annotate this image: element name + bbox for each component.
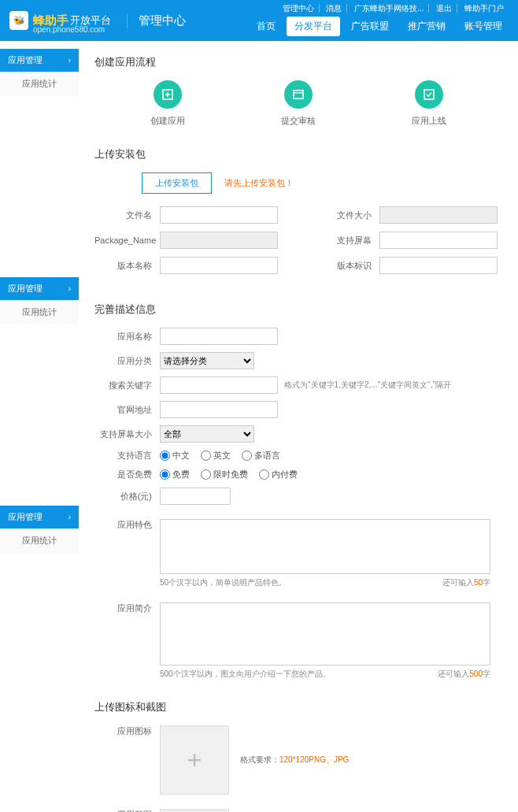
upload-warning: 请先上传安装包！ xyxy=(224,177,294,189)
steps: 创建应用 提交审核 应用上线 xyxy=(94,80,502,127)
package-label: Package_Name xyxy=(94,235,160,245)
category-select[interactable]: 请选择分类 xyxy=(160,352,254,369)
sidebar-head[interactable]: 应用管理 › xyxy=(0,49,79,72)
chevron-right-icon: › xyxy=(68,284,71,293)
plus-box-icon xyxy=(154,80,182,109)
price-input[interactable] xyxy=(160,488,231,505)
sidebar-item[interactable]: 应用统计 xyxy=(0,528,79,553)
header: 🐝 蜂助手 开放平台 open.phone580.com 管理中心 管理中心 消… xyxy=(0,0,518,41)
top-link[interactable]: 消息 xyxy=(321,4,347,13)
logo-upload-box[interactable]: + xyxy=(160,725,229,795)
feature-textarea[interactable] xyxy=(160,519,490,574)
version-code-input[interactable] xyxy=(379,257,498,274)
sidebar-head-label: 应用管理 xyxy=(8,54,43,66)
screenshot-upload-box[interactable]: + xyxy=(160,809,229,812)
top-link[interactable]: 蜂助手门户 xyxy=(460,4,509,13)
lang-option-multi[interactable]: 多语言 xyxy=(242,450,280,462)
sidebar-head[interactable]: 应用管理 › xyxy=(0,506,79,528)
lang-option-en[interactable]: 英文 xyxy=(201,450,231,462)
sidebar-item[interactable]: 应用统计 xyxy=(0,300,79,324)
price-label: 价格(元) xyxy=(94,491,160,502)
plus-icon: + xyxy=(187,746,202,775)
lang-option-cn[interactable]: 中文 xyxy=(160,450,190,462)
screen-size-label: 支持屏幕大小 xyxy=(94,428,160,440)
free-radio[interactable] xyxy=(160,469,170,480)
flow-title: 创建应用流程 xyxy=(94,55,502,69)
lang-radio[interactable] xyxy=(201,450,211,461)
package-input xyxy=(160,232,278,249)
logo-hint: 格式要求：120*120PNG、JPG xyxy=(240,755,349,766)
nav-distribute[interactable]: 分发平台 xyxy=(287,17,340,36)
check-box-icon xyxy=(415,80,443,109)
free-radio[interactable] xyxy=(259,469,269,480)
logo[interactable]: 🐝 蜂助手 开放平台 open.phone580.com xyxy=(9,11,111,30)
nav-promo[interactable]: 推广营销 xyxy=(400,17,453,36)
chevron-right-icon: › xyxy=(68,56,71,65)
step-label: 提交审核 xyxy=(281,115,316,127)
screenshot-upload-label: 应用截图 xyxy=(94,809,160,812)
filename-input[interactable] xyxy=(160,206,278,224)
nav-ads[interactable]: 广告联盟 xyxy=(343,17,397,36)
lang-radio[interactable] xyxy=(160,450,170,461)
svg-rect-5 xyxy=(424,90,434,99)
keywords-input[interactable] xyxy=(160,376,278,394)
step-create: 创建应用 xyxy=(150,80,185,127)
bee-icon: 🐝 xyxy=(9,11,28,30)
sidebar-head-label: 应用管理 xyxy=(8,511,43,523)
filename-label: 文件名 xyxy=(94,209,160,221)
icons-title: 上传图标和截图 xyxy=(94,700,502,714)
top-link[interactable]: 广东蜂助手网络技... xyxy=(350,4,429,13)
main-nav: 首页 分发平台 广告联盟 推广营销 账号管理 xyxy=(249,17,510,36)
sidebar-head-label: 应用管理 xyxy=(8,283,43,295)
weburl-input[interactable] xyxy=(160,401,278,418)
keywords-label: 搜索关键字 xyxy=(94,380,160,391)
step-label: 应用上线 xyxy=(412,115,446,127)
screen-size-select[interactable]: 全部 xyxy=(160,425,254,443)
upload-package-button[interactable]: 上传安装包 xyxy=(142,172,212,194)
window-icon xyxy=(284,80,313,109)
filesize-label: 文件大小 xyxy=(314,209,379,221)
chevron-right-icon: › xyxy=(68,513,71,521)
version-code-label: 版本标识 xyxy=(314,260,379,272)
intro-counter: 还可输入500字 xyxy=(438,669,490,680)
desc-title: 完善描述信息 xyxy=(94,302,502,317)
keywords-hint: 格式为"关键字1,关键字2,..."关键字间英文","隔开 xyxy=(284,380,451,391)
free-label: 是否免费 xyxy=(94,469,160,480)
lang-radio[interactable] xyxy=(242,450,252,461)
top-link[interactable]: 退出 xyxy=(431,4,457,13)
step-label: 创建应用 xyxy=(150,115,185,127)
nav-home[interactable]: 首页 xyxy=(249,17,283,36)
feature-hint: 50个汉字以内，简单说明产品特色。 xyxy=(160,577,287,588)
top-link[interactable]: 管理中心 xyxy=(278,4,320,13)
app-name-label: 应用名称 xyxy=(94,331,160,343)
free-radio[interactable] xyxy=(201,469,211,480)
filesize-input xyxy=(379,206,498,224)
content: 创建应用流程 创建应用 提交审核 应用上线 上传安装包 xyxy=(79,41,518,812)
feature-label: 应用特色 xyxy=(94,519,160,574)
free-option-iap[interactable]: 内付费 xyxy=(259,469,298,480)
nav-account[interactable]: 账号管理 xyxy=(457,17,510,36)
free-option-limited[interactable]: 限时免费 xyxy=(201,469,248,480)
step-submit: 提交审核 xyxy=(281,80,316,127)
intro-hint: 500个汉字以内，图文向用户介绍一下您的产品。 xyxy=(160,669,331,680)
sidebar: 应用管理 › 应用统计 应用管理 › 应用统计 应用管理 › 应用统计 xyxy=(0,41,79,812)
logo-url: open.phone580.com xyxy=(33,25,105,34)
step-online: 应用上线 xyxy=(412,80,446,127)
version-name-input[interactable] xyxy=(160,257,278,274)
screen-support-input[interactable] xyxy=(379,232,498,249)
weburl-label: 官网地址 xyxy=(94,404,160,416)
free-option-free[interactable]: 免费 xyxy=(160,469,190,480)
sidebar-head[interactable]: 应用管理 › xyxy=(0,277,79,300)
version-name-label: 版本名称 xyxy=(94,260,160,272)
app-name-input[interactable] xyxy=(160,328,278,345)
sidebar-item[interactable]: 应用统计 xyxy=(0,72,79,96)
category-label: 应用分类 xyxy=(94,355,160,367)
intro-label: 应用简介 xyxy=(94,603,160,666)
intro-textarea[interactable] xyxy=(160,603,490,666)
page-title: 管理中心 xyxy=(127,13,186,28)
screen-support-label: 支持屏幕 xyxy=(314,235,379,247)
upload-title: 上传安装包 xyxy=(94,147,502,161)
logo-upload-label: 应用图标 xyxy=(94,725,160,737)
feature-counter: 还可输入50字 xyxy=(442,577,490,588)
top-links: 管理中心 消息 广东蜂助手网络技... 退出 蜂助手门户 xyxy=(278,3,509,14)
